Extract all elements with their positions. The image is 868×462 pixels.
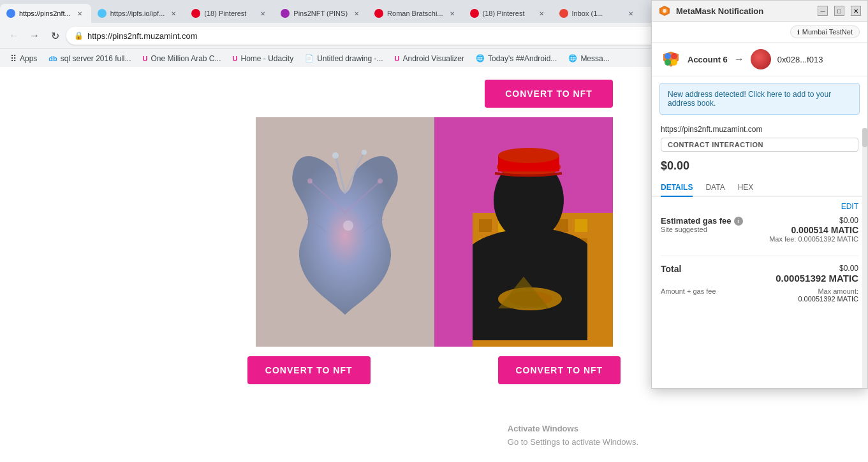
convert-to-nft-button-left[interactable]: CONVERT TO NFT <box>247 356 371 384</box>
info-icon: ℹ <box>797 29 800 36</box>
metamask-logo-icon <box>658 4 671 17</box>
mm-account-bar: Account 6 → 0x028...f013 <box>652 43 867 76</box>
mm-site-url: https://pins2nft.muzamint.com <box>652 121 867 138</box>
convert-to-nft-button-top[interactable]: CONVERT TO NFT <box>485 80 613 108</box>
metamask-full-logo-icon <box>661 49 681 69</box>
tab-close[interactable]: ✕ <box>626 8 636 18</box>
svg-point-38 <box>671 53 677 59</box>
mm-gas-row: Estimated gas fee i Site suggested $0.00… <box>661 216 858 243</box>
svg-rect-7 <box>479 219 492 232</box>
mm-amount: $0.00 <box>652 157 867 179</box>
mm-max-amount-label: Max amount: <box>798 287 858 295</box>
tab-title: Pins2NFT (PINS) <box>293 10 348 17</box>
mm-minimize-button[interactable]: ─ <box>818 6 828 16</box>
mm-gas-section: Estimated gas fee i Site suggested $0.00… <box>652 211 867 250</box>
mm-edit-link[interactable]: EDIT <box>841 202 858 211</box>
apps-icon: ⠿ <box>10 54 17 64</box>
bookmark-arab[interactable]: U One Million Arab C... <box>138 52 226 65</box>
bookmark-label: sql server 2016 full... <box>61 54 131 63</box>
mm-network-badge[interactable]: ℹ Mumbai TestNet <box>790 25 860 38</box>
mm-tab-hex[interactable]: HEX <box>738 179 754 197</box>
tab-roman[interactable]: Roman Bratschi... ✕ <box>368 4 463 23</box>
african-art-svg <box>434 117 613 347</box>
mm-total-matic: 0.00051392 MATIC <box>776 273 858 284</box>
tab-pinterest1[interactable]: (18) Pinterest ✕ <box>185 4 274 23</box>
mm-title: MetaMask Notification <box>676 6 811 16</box>
tab-title: (18) Pinterest <box>483 10 525 17</box>
mm-scroll-thumb <box>862 128 867 147</box>
tab-ipfs[interactable]: https://ipfs.io/ipf... ✕ <box>91 4 186 23</box>
bookmark-apps[interactable]: ⠿ Apps <box>5 52 42 66</box>
tab-close[interactable]: ✕ <box>258 8 268 18</box>
bookmark-label: One Million Arab C... <box>151 54 221 63</box>
mm-account-avatar <box>751 49 771 69</box>
svg-point-34 <box>663 9 666 13</box>
mm-edit-row: EDIT <box>652 197 867 211</box>
bookmark-android[interactable]: U Android Visualizer <box>390 52 469 65</box>
tab-close[interactable]: ✕ <box>168 8 179 18</box>
activate-windows-watermark: Activate Windows Go to Settings to activ… <box>508 422 638 449</box>
bookmark-favicon: 📄 <box>305 54 314 62</box>
tab-favicon <box>281 9 290 18</box>
mm-gas-info-icon[interactable]: i <box>734 217 743 226</box>
mm-close-button[interactable]: ✕ <box>851 6 861 16</box>
nft-card-right <box>434 117 613 347</box>
mm-maximize-button[interactable]: □ <box>834 6 844 16</box>
tab-close[interactable]: ✕ <box>536 8 547 18</box>
mm-amount-gas-row: Amount + gas fee Max amount: 0.00051392 … <box>661 287 858 303</box>
bookmark-label: Home - Udacity <box>240 54 293 63</box>
tab-title: https://ipfs.io/ipf... <box>110 10 165 17</box>
tab-close[interactable]: ✕ <box>75 8 85 18</box>
bookmark-messages[interactable]: 🌐 Messa... <box>563 52 614 65</box>
bookmark-sql[interactable]: db sql server 2016 full... <box>43 52 136 65</box>
mm-gas-suggested: Site suggested <box>661 226 743 233</box>
mm-alert-box[interactable]: New address detected! Click here to add … <box>659 83 860 115</box>
back-button[interactable]: ← <box>5 27 23 45</box>
tab-title: https://pins2nft... <box>19 10 71 17</box>
tab-inbox[interactable]: Inbox (1... ✕ <box>553 4 642 23</box>
mm-tabs: DETAILS DATA HEX <box>652 179 867 197</box>
mm-divider <box>661 256 858 256</box>
tab-close[interactable]: ✕ <box>351 8 362 18</box>
convert-to-nft-button-right[interactable]: CONVERT TO NFT <box>498 356 621 384</box>
tab-favicon <box>374 9 383 18</box>
tab-pins2nft-token[interactable]: Pins2NFT (PINS) ✕ <box>274 4 368 23</box>
metamask-panel: MetaMask Notification ─ □ ✕ ℹ Mumbai Tes… <box>651 0 868 389</box>
bookmark-label: Messa... <box>580 54 609 63</box>
mm-tab-data[interactable]: DATA <box>705 179 725 197</box>
network-name: Mumbai TestNet <box>802 28 853 36</box>
tab-title: Roman Bratschi... <box>387 10 443 17</box>
tab-pins2nft[interactable]: https://pins2nft... ✕ <box>0 4 91 23</box>
bookmark-label: Today's ##Android... <box>488 54 557 63</box>
tab-pinterest2[interactable]: (18) Pinterest ✕ <box>464 4 553 23</box>
forward-button[interactable]: → <box>26 27 43 45</box>
svg-point-37 <box>665 53 671 59</box>
reload-button[interactable]: ↻ <box>46 27 64 45</box>
mm-amount-gas-label: Amount + gas fee <box>661 287 716 303</box>
bookmark-udacity[interactable]: U Home - Udacity <box>228 52 299 65</box>
tab-close[interactable]: ✕ <box>447 8 457 18</box>
tab-favicon <box>559 9 568 18</box>
mm-gas-matic: 0.000514 MATIC <box>769 225 858 235</box>
mm-total-row: Total $0.00 0.00051392 MATIC <box>661 264 858 284</box>
mm-gas-usd: $0.00 <box>769 216 858 225</box>
svg-point-28 <box>498 148 559 163</box>
bookmark-favicon: 🌐 <box>568 54 577 62</box>
convert-btns-row: CONVERT TO NFT CONVERT TO NFT <box>247 356 621 384</box>
mm-titlebar: MetaMask Notification ─ □ ✕ <box>652 1 867 22</box>
mm-tab-details[interactable]: DETAILS <box>661 179 693 197</box>
svg-point-4 <box>343 220 353 231</box>
mm-arrow-icon: → <box>734 54 744 65</box>
url-text: https://pins2nft.muzamint.com <box>87 31 198 41</box>
nft-images-row <box>256 117 613 347</box>
mm-scrollbar[interactable] <box>862 128 867 388</box>
tab-favicon <box>98 9 107 18</box>
mm-gas-label: Estimated gas fee i <box>661 216 743 226</box>
bookmark-drawing[interactable]: 📄 Untitled drawing -... <box>300 52 388 65</box>
bookmark-label: Apps <box>20 54 37 63</box>
bookmark-android2[interactable]: 🌐 Today's ##Android... <box>471 52 562 65</box>
bookmark-label: Android Visualizer <box>403 54 465 63</box>
mm-account-name: Account 6 <box>688 55 728 64</box>
bookmark-favicon: 🌐 <box>476 54 485 62</box>
svg-rect-12 <box>575 219 587 232</box>
